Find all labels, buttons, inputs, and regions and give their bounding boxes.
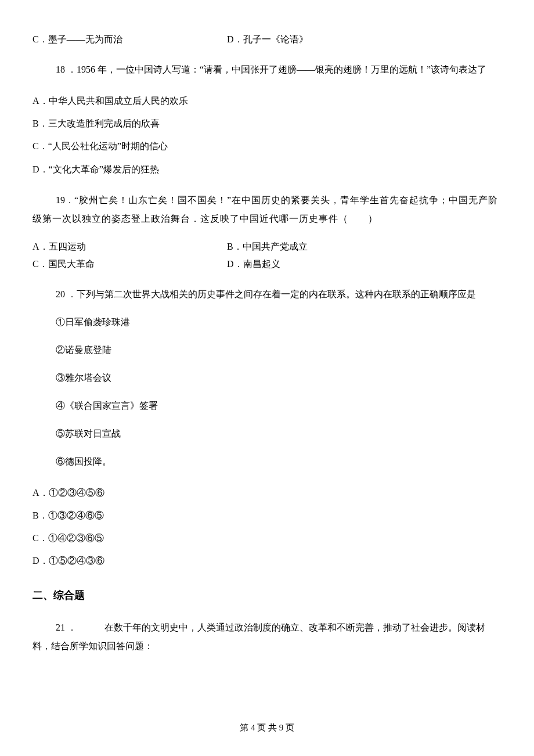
q20-stem: 20 ．下列与第二次世界大战相关的历史事件之间存在着一定的内在联系。这种内在联系…: [33, 285, 501, 304]
q18-option-c: C．“人民公社化运动”时期的信心: [33, 136, 501, 156]
q20-options: A．①②③④⑤⑥ B．①③②④⑥⑤ C．①④②③⑥⑤ D．①⑤②④③⑥: [33, 483, 501, 571]
q20-item-6: ⑥德国投降。: [33, 455, 501, 469]
q20-option-b: B．①③②④⑥⑤: [33, 505, 501, 525]
q20-option-c: C．①④②③⑥⑤: [33, 528, 501, 548]
q18-options: A．中华人民共和国成立后人民的欢乐 B．三大改造胜利完成后的欣喜 C．“人民公社…: [33, 91, 501, 179]
q19-option-a: A．五四运动: [33, 240, 227, 254]
q17-option-d: D．孔子一《论语》: [227, 33, 308, 46]
q19-number: 19．: [56, 195, 74, 205]
q17-options-row: C．墨子——无为而治 D．孔子一《论语》: [33, 33, 501, 46]
q21-stem: 21 ． 在数千年的文明史中，人类通过政治制度的确立、改革和不断完善，推动了社会…: [33, 618, 501, 656]
q19-option-d: D．南昌起义: [227, 257, 280, 271]
q20-option-a: A．①②③④⑤⑥: [33, 483, 501, 503]
q21-number: 21 ．: [56, 622, 77, 632]
q20-item-2: ②诺曼底登陆: [33, 343, 501, 357]
q19-stem: 19．“胶州亡矣！山东亡矣！国不国矣！”在中国历史的紧要关头，青年学生首先奋起抗…: [33, 191, 501, 228]
page-footer: 第 4 页 共 9 页: [0, 721, 534, 735]
q19-options-row1: A．五四运动 B．中国共产党成立: [33, 240, 501, 254]
section-2-heading: 二、综合题: [33, 588, 501, 603]
q18-option-b: B．三大改造胜利完成后的欣喜: [33, 113, 501, 134]
q18-option-a: A．中华人民共和国成立后人民的欢乐: [33, 91, 501, 111]
q18-text: 1956 年，一位中国诗人写道：“请看，中国张开了翅膀——银亮的翅膀！万里的远航…: [77, 64, 486, 74]
q20-item-5: ⑤苏联对日宣战: [33, 427, 501, 441]
q19-option-c: C．国民大革命: [33, 257, 227, 271]
q20-item-1: ①日军偷袭珍珠港: [33, 315, 501, 329]
q19-options-row2: C．国民大革命 D．南昌起义: [33, 257, 501, 271]
q20-item-3: ③雅尔塔会议: [33, 371, 501, 385]
q20-option-d: D．①⑤②④③⑥: [33, 550, 501, 571]
q20-item-4: ④《联合国家宣言》签署: [33, 399, 501, 413]
q19-option-b: B．中国共产党成立: [227, 240, 308, 254]
q18-number: 18 ．: [56, 64, 77, 74]
q18-stem: 18 ．1956 年，一位中国诗人写道：“请看，中国张开了翅膀——银亮的翅膀！万…: [33, 60, 501, 79]
q20-number: 20 ．: [56, 289, 77, 299]
q18-option-d: D．“文化大革命”爆发后的狂热: [33, 159, 501, 179]
q20-text: 下列与第二次世界大战相关的历史事件之间存在着一定的内在联系。这种内在联系的正确顺…: [77, 289, 476, 299]
q21-text: 在数千年的文明史中，人类通过政治制度的确立、改革和不断完善，推动了社会进步。阅读…: [33, 622, 485, 651]
q17-option-c: C．墨子——无为而治: [33, 33, 227, 46]
q19-text: “胶州亡矣！山东亡矣！国不国矣！”在中国历史的紧要关头，青年学生首先奋起抗争；中…: [33, 195, 498, 224]
